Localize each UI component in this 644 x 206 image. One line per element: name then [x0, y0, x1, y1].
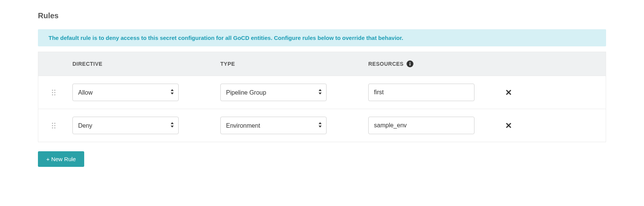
rule-row: AllowDeny Pipeline GroupEnvironment: [38, 109, 606, 142]
col-header-type: TYPE: [217, 61, 364, 67]
rule-row: AllowDeny Pipeline GroupEnvironment: [38, 76, 606, 109]
close-icon: [506, 90, 511, 95]
resource-input[interactable]: [368, 117, 474, 134]
col-header-directive: DIRECTIVE: [69, 61, 217, 67]
rules-header: DIRECTIVE TYPE RESOURCES: [38, 52, 606, 76]
svg-rect-1: [410, 63, 410, 66]
type-select[interactable]: Pipeline GroupEnvironment: [220, 117, 327, 134]
info-banner: The default rule is to deny access to th…: [38, 29, 606, 46]
remove-rule-button[interactable]: [504, 120, 514, 130]
type-select[interactable]: Pipeline GroupEnvironment: [220, 84, 327, 101]
rules-table: DIRECTIVE TYPE RESOURCES: [38, 52, 606, 142]
drag-handle-icon[interactable]: [52, 90, 55, 95]
directive-select[interactable]: AllowDeny: [72, 117, 179, 134]
col-header-resources: RESOURCES: [368, 61, 404, 67]
resource-input[interactable]: [368, 84, 474, 101]
close-icon: [506, 123, 511, 128]
directive-select[interactable]: AllowDeny: [72, 84, 179, 101]
add-rule-button[interactable]: + New Rule: [38, 151, 84, 167]
section-title: Rules: [38, 11, 606, 20]
remove-rule-button[interactable]: [504, 87, 514, 97]
svg-rect-2: [410, 62, 410, 63]
info-icon[interactable]: [407, 60, 413, 67]
drag-handle-icon[interactable]: [52, 123, 55, 128]
